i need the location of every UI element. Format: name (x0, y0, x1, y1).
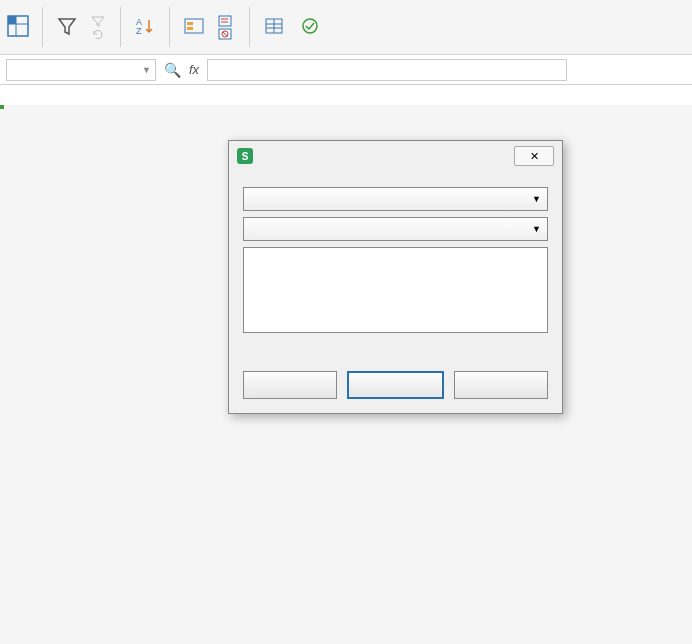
dialog-close-button[interactable]: ✕ (514, 146, 554, 166)
dialog-body: ▼ ▼ (229, 171, 562, 361)
chevron-down-icon: ▼ (142, 65, 151, 75)
app-logo-icon: S (237, 148, 253, 164)
zoom-icon[interactable]: 🔍 (164, 62, 181, 78)
svg-rect-1 (8, 16, 16, 24)
show-all-icon (91, 15, 105, 27)
dialog-titlebar[interactable]: S ✕ (229, 141, 562, 171)
remove-all-button[interactable] (243, 371, 337, 399)
separator (42, 7, 43, 47)
separator (120, 7, 121, 47)
filter-options (91, 15, 108, 40)
formula-bar-row: ▼ 🔍 fx (0, 55, 692, 85)
validation-button[interactable] (298, 14, 322, 40)
reapply-icon (91, 28, 105, 40)
ok-button[interactable] (347, 371, 443, 399)
name-box[interactable]: ▼ (6, 59, 156, 81)
subtotal-dialog: S ✕ ▼ ▼ (228, 140, 563, 414)
validation-icon (298, 14, 322, 38)
sort-button[interactable]: AZ (133, 14, 157, 40)
separator (169, 7, 170, 47)
dialog-buttons (229, 361, 562, 413)
filter-icon (55, 14, 79, 38)
selection-border (0, 105, 4, 109)
text-to-columns-button[interactable] (262, 14, 286, 40)
autofilter-button[interactable] (55, 14, 79, 40)
spreadsheet-grid[interactable] (0, 85, 692, 105)
svg-point-19 (303, 19, 317, 33)
pivot-icon (6, 14, 30, 38)
svg-rect-8 (187, 27, 193, 30)
formula-input[interactable] (207, 59, 567, 81)
svg-text:Z: Z (136, 26, 142, 36)
chevron-down-icon: ▼ (532, 224, 541, 234)
remove-dup-button[interactable] (218, 15, 237, 27)
highlight-dup-button[interactable] (182, 14, 206, 40)
formula-area: 🔍 fx (164, 59, 686, 81)
cancel-button[interactable] (454, 371, 548, 399)
summary-method-select[interactable]: ▼ (243, 217, 548, 241)
summary-items-list[interactable] (243, 247, 548, 333)
pivot-table-button[interactable] (6, 14, 30, 40)
svg-rect-9 (219, 16, 231, 26)
svg-rect-6 (185, 19, 203, 33)
ribbon-toolbar: AZ (0, 0, 692, 55)
reject-dup-icon (218, 28, 234, 40)
reject-dup-button[interactable] (218, 28, 237, 40)
svg-rect-7 (187, 22, 193, 25)
sort-icon: AZ (133, 14, 157, 38)
show-all-button (91, 15, 108, 27)
remove-dup-icon (218, 15, 234, 27)
group-field-select[interactable]: ▼ (243, 187, 548, 211)
reapply-button (91, 28, 108, 40)
highlight-icon (182, 14, 206, 38)
fx-label[interactable]: fx (189, 62, 199, 77)
chevron-down-icon: ▼ (532, 194, 541, 204)
split-icon (262, 14, 286, 38)
separator (249, 7, 250, 47)
svg-line-14 (223, 32, 227, 36)
dup-options (218, 15, 237, 40)
